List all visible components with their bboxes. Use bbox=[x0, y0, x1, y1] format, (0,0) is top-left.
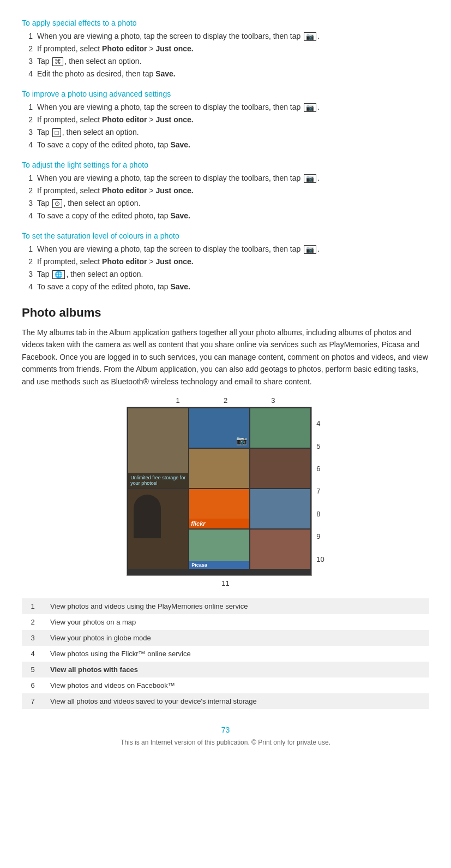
photo-cell-5 bbox=[250, 449, 310, 488]
photo-grid: Unlimited free storage foryour photos! 📷 bbox=[127, 407, 311, 575]
section-advanced-settings: To improve a photo using advanced settin… bbox=[22, 90, 429, 151]
steps-light-settings: 1 When you are viewing a photo, tap the … bbox=[22, 173, 429, 222]
list-item: 3 Tap ⊙, then select an option. bbox=[22, 198, 429, 209]
label-7: 7 bbox=[316, 487, 324, 495]
table-body: 1 View photos and videos using the PlayM… bbox=[22, 598, 429, 709]
label-1: 1 bbox=[176, 396, 179, 405]
steps-advanced-settings: 1 When you are viewing a photo, tap the … bbox=[22, 102, 429, 151]
saturation-icon: 🌐 bbox=[52, 270, 65, 279]
photo-cell-picasa: Picasa bbox=[189, 530, 249, 569]
side-labels: 4 5 6 7 8 9 10 bbox=[312, 407, 324, 576]
table-row: 7 View all photos and videos saved to yo… bbox=[22, 693, 429, 709]
photo-cell-3 bbox=[250, 408, 310, 448]
photo-cell-6 bbox=[128, 489, 188, 569]
bottom-label: 11 bbox=[127, 579, 324, 587]
camera-icon: 📷 bbox=[304, 32, 316, 41]
section-light-settings: To adjust the light settings for a photo… bbox=[22, 160, 429, 222]
table-row: 5 View all photos with faces bbox=[22, 662, 429, 677]
list-item: 4 To save a copy of the edited photo, ta… bbox=[22, 139, 429, 151]
table-row: 6 View photos and videos on Facebook™ bbox=[22, 677, 429, 693]
heading-light-settings: To adjust the light settings for a photo bbox=[22, 160, 429, 169]
row-num: 6 bbox=[22, 677, 44, 693]
album-photo-grid: Unlimited free storage foryour photos! 📷 bbox=[127, 407, 312, 576]
row-text: View all photos with faces bbox=[44, 662, 429, 677]
label-5: 5 bbox=[316, 442, 324, 450]
top-labels: 1 2 3 bbox=[127, 396, 324, 407]
list-item: 4 Edit the photo as desired, then tap Sa… bbox=[22, 68, 429, 80]
label-3: 3 bbox=[271, 396, 275, 405]
label-4: 4 bbox=[316, 419, 324, 427]
camera-icon: 📷 bbox=[304, 245, 316, 254]
list-item: 4 To save a copy of the edited photo, ta… bbox=[22, 281, 429, 293]
page-footer: 73 This is an Internet version of this p… bbox=[22, 726, 429, 746]
photo-cell-2: 📷 bbox=[189, 408, 249, 448]
list-item: 1 When you are viewing a photo, tap the … bbox=[22, 31, 429, 42]
row-text: View photos and videos on Facebook™ bbox=[44, 677, 429, 693]
label-6: 6 bbox=[316, 465, 324, 473]
list-item: 3 Tap 🌐, then select an option. bbox=[22, 269, 429, 280]
row-num: 2 bbox=[22, 614, 44, 630]
photo-albums-section: Photo albums The My albums tab in the Al… bbox=[22, 306, 429, 709]
photo-cell-4 bbox=[189, 449, 249, 488]
list-item: 3 Tap ⌘, then select an option. bbox=[22, 56, 429, 67]
row-text: View photos and videos using the PlayMem… bbox=[44, 598, 429, 614]
camera-icon: 📷 bbox=[304, 174, 316, 183]
list-item: 3 Tap □, then select an option. bbox=[22, 127, 429, 138]
square-icon: □ bbox=[52, 128, 61, 137]
photo-cell-1: Unlimited free storage foryour photos! bbox=[128, 408, 188, 488]
list-item: 1 When you are viewing a photo, tap the … bbox=[22, 173, 429, 184]
list-item: 2 If prompted, select Photo editor > Jus… bbox=[22, 114, 429, 126]
photo-cell-7 bbox=[250, 489, 310, 528]
row-text: View your photos on a map bbox=[44, 614, 429, 630]
row-text: View your photos in globe mode bbox=[44, 630, 429, 646]
table-row: 4 View photos using the Flickr™ online s… bbox=[22, 646, 429, 662]
heading-saturation: To set the saturation level of colours i… bbox=[22, 231, 429, 240]
photo-cell-flickr: flickr bbox=[189, 489, 249, 528]
album-image-section: 1 2 3 Unlimited free storage foryour pho… bbox=[22, 396, 429, 587]
album-image-wrapper: 1 2 3 Unlimited free storage foryour pho… bbox=[127, 396, 324, 587]
heading-apply-effects: To apply special effects to a photo bbox=[22, 19, 429, 27]
list-item: 2 If prompted, select Photo editor > Jus… bbox=[22, 185, 429, 197]
photo-albums-body: The My albums tab in the Album applicati… bbox=[22, 326, 429, 388]
row-num: 3 bbox=[22, 630, 44, 646]
steps-saturation: 1 When you are viewing a photo, tap the … bbox=[22, 243, 429, 293]
row-text: View all photos and videos saved to your… bbox=[44, 693, 429, 709]
image-with-side-labels: Unlimited free storage foryour photos! 📷 bbox=[127, 407, 324, 576]
list-item: 1 When you are viewing a photo, tap the … bbox=[22, 243, 429, 255]
heading-advanced-settings: To improve a photo using advanced settin… bbox=[22, 90, 429, 98]
page-number: 73 bbox=[22, 726, 429, 734]
table-row: 2 View your photos on a map bbox=[22, 614, 429, 630]
list-item: 2 If prompted, select Photo editor > Jus… bbox=[22, 43, 429, 55]
list-item: 2 If prompted, select Photo editor > Jus… bbox=[22, 256, 429, 267]
row-num: 4 bbox=[22, 646, 44, 662]
row-text: View photos using the Flickr™ online ser… bbox=[44, 646, 429, 662]
effects-icon: ⌘ bbox=[52, 57, 63, 66]
label-2: 2 bbox=[224, 396, 227, 405]
album-features-table: 1 View photos and videos using the PlayM… bbox=[22, 598, 429, 709]
camera-icon: 📷 bbox=[304, 103, 316, 112]
row-num: 7 bbox=[22, 693, 44, 709]
footer-text: This is an Internet version of this publ… bbox=[22, 739, 429, 746]
section-saturation: To set the saturation level of colours i… bbox=[22, 231, 429, 293]
table-row: 1 View photos and videos using the PlayM… bbox=[22, 598, 429, 614]
photo-albums-heading: Photo albums bbox=[22, 306, 429, 320]
list-item: 4 To save a copy of the edited photo, ta… bbox=[22, 210, 429, 222]
label-8: 8 bbox=[316, 510, 324, 518]
light-icon: ⊙ bbox=[52, 199, 62, 208]
row-num: 1 bbox=[22, 598, 44, 614]
steps-apply-effects: 1 When you are viewing a photo, tap the … bbox=[22, 31, 429, 80]
table-row: 3 View your photos in globe mode bbox=[22, 630, 429, 646]
list-item: 1 When you are viewing a photo, tap the … bbox=[22, 102, 429, 113]
label-10: 10 bbox=[316, 555, 324, 563]
label-9: 9 bbox=[316, 532, 324, 540]
row-num: 5 bbox=[22, 662, 44, 677]
section-apply-effects: To apply special effects to a photo 1 Wh… bbox=[22, 19, 429, 80]
photo-cell-8 bbox=[250, 530, 310, 569]
